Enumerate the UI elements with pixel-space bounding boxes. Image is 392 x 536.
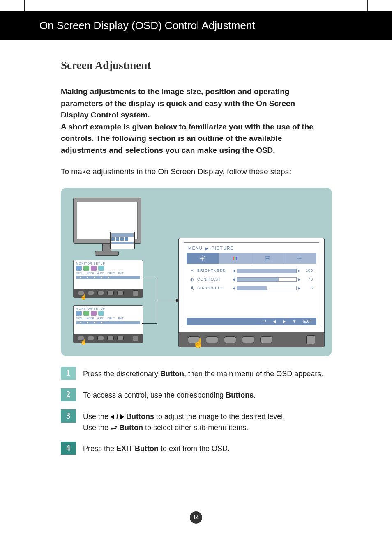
osd-row-value: 100 (302, 269, 313, 273)
osd-row-label: CONTRAST (197, 277, 233, 281)
large-osd-device: MENU ▶ PICTURE (178, 238, 325, 347)
brightness-tab-icon (187, 253, 219, 264)
step-text: Press the discretionary Button, then the… (83, 367, 323, 380)
step-number: 2 (61, 388, 76, 401)
label: EXIT (118, 272, 123, 274)
svg-line-5 (201, 256, 201, 257)
osd-callout-icon (110, 232, 135, 249)
svg-rect-13 (266, 258, 269, 259)
slider: ◀ ▶ (233, 269, 301, 273)
step-number: 3 (61, 409, 76, 423)
osd-row: ◐ CONTRAST ◀ ▶ 70 (190, 277, 313, 282)
page-number: 14 (190, 511, 202, 524)
breadcrumb-part: MENU (188, 246, 203, 251)
hand-pointer-icon: ☝ (80, 338, 87, 345)
illustration-panel: MONITOR SETUP MENU MODE AUTO INPUT EXIT … (61, 188, 332, 356)
osd-row-label: BRIGHTNESS (197, 269, 233, 273)
triangle-left-icon (111, 414, 114, 419)
svg-line-6 (204, 260, 204, 260)
svg-rect-10 (235, 257, 236, 260)
intro-bold: Making adjustments to the image size, po… (61, 86, 324, 156)
sharpness-icon: A (190, 286, 195, 290)
settings-tab-icon (284, 253, 316, 264)
arrow-left-icon: ◀ (273, 319, 276, 324)
slider: ◀ ▶ (233, 286, 301, 290)
return-up-icon: ⮐ (111, 425, 117, 431)
label: AUTO (97, 272, 104, 274)
intro-normal: To make adjustments in the On Screen Dis… (61, 166, 332, 178)
label: MENU (76, 272, 83, 274)
label: AUTO (97, 317, 104, 320)
step-item: 4 Press the EXIT Button to exit from the… (61, 442, 367, 455)
svg-point-14 (299, 258, 301, 259)
header-bar: On Screen Display (OSD) Control Adjustme… (0, 11, 392, 40)
display-tab-icon (251, 253, 284, 264)
section-title: Screen Adjustment (61, 59, 367, 72)
svg-line-7 (201, 260, 201, 260)
arrow-left-icon: ◀ (233, 278, 235, 281)
contrast-icon: ◐ (190, 277, 195, 282)
arrow-down-icon: ▼ (293, 319, 297, 324)
arrow-left-icon: ◀ (233, 269, 235, 273)
arrow-left-icon: ◀ (233, 286, 235, 290)
osd-row: A SHARPNESS ◀ ▶ 5 (190, 286, 313, 290)
steps-list: 1 Press the discretionary Button, then t… (61, 367, 367, 455)
exit-label: EXIT (303, 319, 312, 324)
brightness-icon: ☀ (190, 269, 195, 273)
power-button-icon (306, 335, 315, 344)
step-item: 2 To access a control, use the correspon… (61, 388, 367, 401)
small-osd-device: MONITOR SETUP MENU MODE AUTO INPUT EXIT … (73, 260, 143, 298)
hand-pointer-icon: ☝ (80, 293, 87, 300)
step-text: Press the EXIT Button to exit from the O… (83, 442, 230, 454)
step-item: 1 Press the discretionary Button, then t… (61, 367, 367, 380)
label: MENU (76, 317, 83, 320)
color-tab-icon (219, 253, 251, 264)
arrow-right-icon: ▶ (283, 319, 286, 324)
label: INPUT (107, 272, 115, 274)
svg-point-0 (201, 257, 203, 259)
label: INPUT (107, 317, 115, 320)
label: MODE (87, 272, 94, 274)
osd-breadcrumb: MENU ▶ PICTURE (187, 245, 316, 253)
label: MODE (87, 317, 94, 320)
small-osd-title: MONITOR SETUP (74, 306, 143, 311)
osd-nav-bar: ⮐ ◀ ▶ ▼ EXIT (187, 318, 316, 325)
monitor-icon (73, 198, 141, 256)
chevron-right-icon: ▶ (205, 246, 209, 251)
header-title: On Screen Display (OSD) Control Adjustme… (39, 19, 255, 32)
up-icon: ⮐ (262, 319, 266, 324)
small-osd-title: MONITOR SETUP (74, 260, 143, 266)
svg-rect-9 (233, 257, 234, 260)
osd-tabs (187, 253, 316, 264)
arrow-right-icon: ▶ (298, 269, 301, 273)
hand-pointer-icon: ☝ (193, 338, 204, 349)
svg-rect-11 (236, 257, 237, 260)
osd-row: ☀ BRIGHTNESS ◀ ▶ 100 (190, 269, 313, 273)
breadcrumb-part: PICTURE (212, 246, 234, 251)
small-osd-device: MONITOR SETUP MENU MODE AUTO INPUT EXIT … (73, 305, 143, 343)
slider: ◀ ▶ (233, 277, 301, 282)
triangle-right-icon (120, 414, 124, 419)
osd-row-value: 70 (302, 277, 313, 281)
step-text: To access a control, use the correspondi… (83, 388, 256, 401)
step-number: 1 (61, 367, 76, 380)
arrow-right-icon: ▶ (298, 278, 301, 281)
svg-line-8 (204, 256, 204, 257)
label: EXIT (118, 317, 123, 320)
step-text: Use the / Buttons to adjust the image to… (83, 409, 285, 433)
step-item: 3 Use the / Buttons to adjust the image … (61, 409, 367, 433)
step-number: 4 (61, 442, 76, 455)
arrow-right-icon: ▶ (298, 286, 301, 290)
osd-row-value: 5 (302, 286, 313, 290)
osd-row-label: SHARPNESS (197, 286, 233, 290)
